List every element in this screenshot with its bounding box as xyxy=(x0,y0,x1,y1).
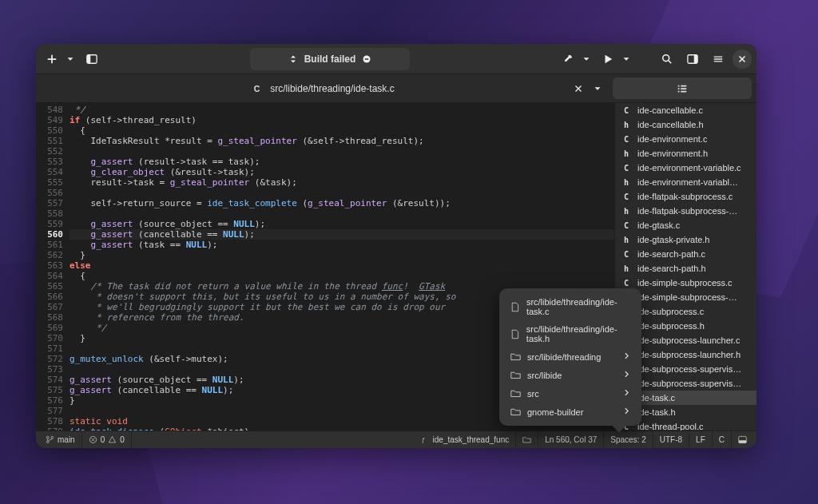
line-number-gutter: 5485495505515525535545555565575585595605… xyxy=(36,103,69,431)
popover-item[interactable]: src xyxy=(504,384,637,403)
chevron-right-icon xyxy=(621,406,632,418)
file-row[interactable]: Cide-gtask.c xyxy=(615,218,756,232)
file-row[interactable]: Cide-search-path.c xyxy=(615,247,756,261)
code-line: { xyxy=(69,271,614,281)
vcs-branch[interactable]: main xyxy=(39,431,82,448)
h-file-icon: h xyxy=(621,178,631,187)
file-row[interactable]: hide-search-path.h xyxy=(615,261,756,276)
toggle-right-panel-button[interactable] xyxy=(681,48,704,70)
line-number: 572 xyxy=(36,354,63,364)
breadcrumb-folder-button[interactable] xyxy=(516,431,538,448)
titlebar: Build failed xyxy=(36,44,756,74)
file-row[interactable]: Cide-environment-variable.c xyxy=(615,161,756,175)
file-name-label: ide-subprocess.c xyxy=(637,307,704,316)
panel-right-icon xyxy=(687,54,698,65)
line-number: 574 xyxy=(36,375,63,385)
file-name-label: ide-search-path.c xyxy=(637,249,705,259)
main-area: 5485495505515525535545555565575585595605… xyxy=(36,103,756,431)
file-name-label: ide-environment-variable.c xyxy=(637,163,741,173)
popover-item-label: gnome-builder xyxy=(527,407,583,417)
outline-panel-header[interactable] xyxy=(613,77,752,99)
current-symbol[interactable]: ƒ ide_task_thread_func xyxy=(415,431,517,448)
file-row[interactable]: Cide-flatpak-subprocess.c xyxy=(615,189,756,204)
line-number: 578 xyxy=(36,416,63,427)
new-tab-dropdown[interactable] xyxy=(63,48,77,70)
editor-tab[interactable]: C src/libide/threading/ide-task.c xyxy=(36,74,611,102)
code-line: self->return_source = ide_task_complete … xyxy=(69,198,614,208)
line-ending[interactable]: LF xyxy=(689,431,713,448)
svg-point-8 xyxy=(46,436,49,439)
file-name-label: ide-simple-subprocess-… xyxy=(637,292,737,302)
popover-item[interactable]: gnome-builder xyxy=(504,403,637,421)
line-number: 571 xyxy=(36,343,63,354)
chevron-down-icon xyxy=(621,54,632,65)
folder-icon xyxy=(510,370,521,380)
code-line: { xyxy=(69,125,614,136)
file-row[interactable]: hide-environment-variabl… xyxy=(615,175,756,189)
file-name-label: ide-environment.c xyxy=(637,134,707,144)
run-dropdown[interactable] xyxy=(619,48,633,70)
line-number: 566 xyxy=(36,292,63,302)
code-line: g_assert (cancellable == NULL); xyxy=(69,229,614,240)
file-row[interactable]: hide-cancellable.h xyxy=(615,117,756,132)
file-name-label: ide-gtask.c xyxy=(637,220,680,230)
file-name-label: ide-subprocess-launcher.c xyxy=(637,335,740,345)
file-name-label: ide-search-path.h xyxy=(637,264,706,273)
close-icon xyxy=(573,83,584,94)
file-row[interactable]: hide-environment.h xyxy=(615,146,756,161)
search-icon xyxy=(661,54,673,65)
file-row[interactable]: Cide-environment.c xyxy=(615,132,756,146)
popover-item[interactable]: src/libide/threading/ide-task.c xyxy=(504,293,637,320)
build-button[interactable] xyxy=(557,48,579,70)
popover-item[interactable]: src/libide xyxy=(504,366,637,384)
code-line: g_assert (task == NULL); xyxy=(69,240,614,250)
h-file-icon: h xyxy=(621,236,631,244)
tab-path-label: src/libide/threading/ide-task.c xyxy=(270,83,394,94)
line-number: 577 xyxy=(36,406,63,416)
popover-item[interactable]: src/libide/threading/ide-task.h xyxy=(504,320,637,347)
search-button[interactable] xyxy=(656,48,678,70)
breadcrumb-popover: src/libide/threading/ide-task.csrc/libid… xyxy=(499,288,641,426)
tab-menu-button[interactable] xyxy=(589,80,606,97)
line-number: 558 xyxy=(36,208,63,219)
build-status-pill[interactable]: Build failed xyxy=(250,48,410,70)
file-name-label: ide-cancellable.c xyxy=(637,105,703,115)
run-button[interactable] xyxy=(597,48,619,70)
file-row[interactable]: hide-gtask-private.h xyxy=(615,232,756,247)
language-mode[interactable]: C xyxy=(713,431,732,448)
toggle-left-panel-button[interactable] xyxy=(81,48,103,70)
c-file-icon: C xyxy=(621,106,631,115)
line-number: 570 xyxy=(36,333,63,343)
tab-close-button[interactable] xyxy=(570,80,587,97)
line-number: 550 xyxy=(36,125,63,136)
build-dropdown[interactable] xyxy=(579,48,594,70)
new-tab-button[interactable] xyxy=(41,48,63,70)
popover-item-label: src/libide xyxy=(527,371,562,380)
c-file-icon: C xyxy=(252,83,264,94)
toggle-bottom-panel-button[interactable] xyxy=(732,431,753,448)
file-name-label: ide-subprocess-launcher.h xyxy=(637,350,741,359)
popover-item[interactable]: src/libide/threading xyxy=(504,347,637,366)
encoding[interactable]: UTF-8 xyxy=(653,431,689,448)
file-name-label: ide-task.h xyxy=(637,407,676,417)
c-file-icon: C xyxy=(621,135,631,144)
line-number: 564 xyxy=(36,271,63,281)
cursor-position[interactable]: Ln 560, Col 37 xyxy=(538,431,604,448)
hamburger-menu-button[interactable] xyxy=(707,48,729,70)
indentation[interactable]: Spaces: 2 xyxy=(604,431,653,448)
diagnostics[interactable]: 0 0 xyxy=(82,431,132,448)
file-row[interactable]: Cide-simple-subprocess.c xyxy=(615,276,756,290)
play-icon xyxy=(602,54,614,65)
code-line: g_assert (source_object == NULL); xyxy=(69,219,614,229)
file-name-label: ide-task.c xyxy=(637,393,675,403)
h-file-icon: h xyxy=(621,264,631,273)
error-icon xyxy=(89,435,97,444)
line-number: 569 xyxy=(36,323,63,333)
file-row[interactable]: hide-flatpak-subprocess-… xyxy=(615,204,756,218)
file-row[interactable]: Cide-cancellable.c xyxy=(615,103,756,117)
line-number: 563 xyxy=(36,260,63,271)
line-number: 561 xyxy=(36,240,63,250)
c-file-icon: C xyxy=(621,279,631,288)
close-window-button[interactable] xyxy=(733,50,752,69)
file-name-label: ide-flatpak-subprocess.c xyxy=(637,192,733,201)
